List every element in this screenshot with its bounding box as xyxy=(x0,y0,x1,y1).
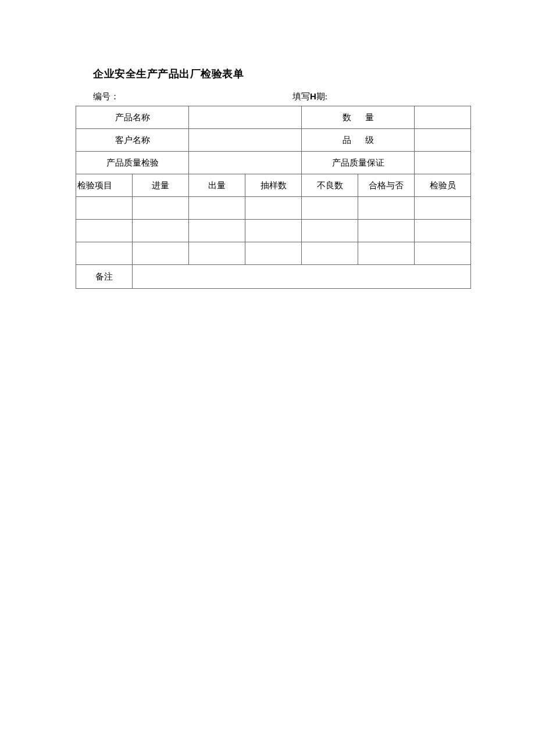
cell xyxy=(245,197,302,220)
table-row xyxy=(76,197,471,220)
meta-row: 编号： 填写H期: xyxy=(93,91,471,102)
cell xyxy=(358,220,415,242)
cell xyxy=(189,242,245,265)
cell xyxy=(133,220,189,242)
date-label-suffix: 期: xyxy=(316,92,327,101)
value-product-name xyxy=(189,106,302,129)
date-label-prefix: 填写 xyxy=(293,92,310,101)
value-remarks xyxy=(133,265,471,289)
table-row xyxy=(76,220,471,242)
cell xyxy=(302,242,358,265)
serial-label: 编号： xyxy=(93,91,293,102)
label-customer-name: 客户名称 xyxy=(76,129,189,152)
cell xyxy=(358,197,415,220)
cell xyxy=(76,242,133,265)
row-remarks: 备注 xyxy=(76,265,471,289)
date-label-h: H xyxy=(310,91,316,101)
header-inspector: 检验员 xyxy=(415,174,471,197)
value-quality-inspection xyxy=(189,152,302,174)
value-quantity xyxy=(415,106,471,129)
header-in-qty: 进量 xyxy=(133,174,189,197)
cell xyxy=(358,242,415,265)
date-label: 填写H期: xyxy=(293,91,327,102)
label-quantity: 数量 xyxy=(302,106,415,129)
cell xyxy=(133,242,189,265)
header-out-qty: 出量 xyxy=(189,174,245,197)
label-quality-inspection: 产品质量检验 xyxy=(76,152,189,174)
cell xyxy=(415,197,471,220)
value-quality-assurance xyxy=(415,152,471,174)
header-inspection-item: 检验项目 xyxy=(76,174,133,197)
form-title: 企业安全生产产品出厂检验表单 xyxy=(93,67,471,81)
cell xyxy=(302,220,358,242)
cell xyxy=(415,220,471,242)
header-pass: 合格与否 xyxy=(358,174,415,197)
table-row xyxy=(76,242,471,265)
cell xyxy=(133,197,189,220)
cell xyxy=(189,197,245,220)
row-customer-name: 客户名称 品级 xyxy=(76,129,471,152)
cell xyxy=(189,220,245,242)
row-quality: 产品质量检验 产品质量保证 xyxy=(76,152,471,174)
cell xyxy=(245,242,302,265)
cell xyxy=(302,197,358,220)
value-customer-name xyxy=(189,129,302,152)
label-quality-assurance: 产品质量保证 xyxy=(302,152,415,174)
cell xyxy=(415,242,471,265)
label-grade: 品级 xyxy=(302,129,415,152)
cell xyxy=(76,197,133,220)
row-headers: 检验项目 进量 出量 抽样数 不良数 合格与否 检验员 xyxy=(76,174,471,197)
header-sample-qty: 抽样数 xyxy=(245,174,302,197)
label-remarks: 备注 xyxy=(76,265,133,289)
value-grade xyxy=(415,129,471,152)
cell xyxy=(245,220,302,242)
label-product-name: 产品名称 xyxy=(76,106,189,129)
row-product-name: 产品名称 数量 xyxy=(76,106,471,129)
header-defect-qty: 不良数 xyxy=(302,174,358,197)
cell xyxy=(76,220,133,242)
inspection-table: 产品名称 数量 客户名称 品级 产品质量检验 产品质量保证 检验项目 进量 出量… xyxy=(76,106,471,289)
